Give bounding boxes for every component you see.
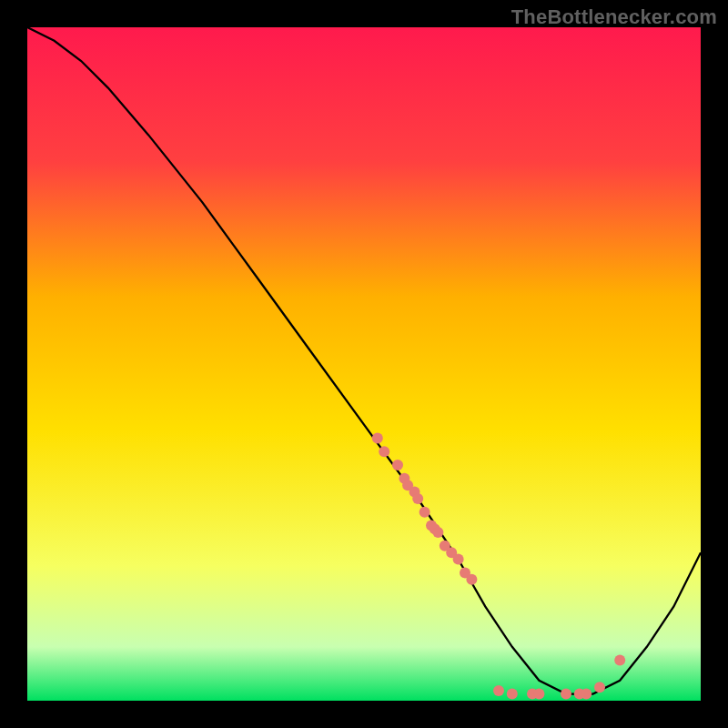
sample-dot — [614, 655, 625, 666]
sample-dot — [379, 446, 389, 457]
sample-dot — [594, 682, 605, 693]
sample-dot — [561, 689, 571, 700]
sample-dot — [372, 432, 383, 443]
bottleneck-chart — [27, 27, 701, 701]
plot-background — [27, 27, 701, 701]
sample-dot — [581, 689, 592, 700]
sample-dot — [453, 554, 464, 565]
sample-dot — [412, 493, 423, 504]
sample-dot — [392, 460, 403, 470]
sample-dot — [533, 689, 544, 700]
sample-dot — [507, 689, 518, 700]
sample-dot — [493, 685, 504, 696]
chart-stage: TheBottlenecker.com — [0, 0, 728, 728]
sample-dot — [466, 574, 477, 585]
sample-dot — [420, 507, 430, 518]
attribution-label: TheBottlenecker.com — [511, 5, 717, 29]
sample-dot — [432, 527, 443, 538]
